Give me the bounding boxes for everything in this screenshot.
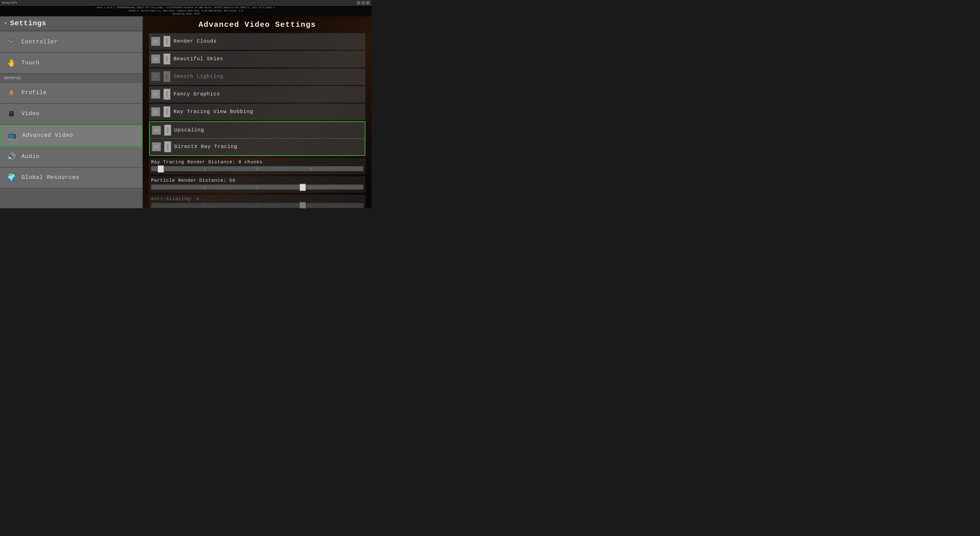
directx-ray-tracing-label: DirectX Ray Tracing: [174, 144, 237, 150]
upscaling-toggle-indicator-inner: [167, 127, 169, 133]
fancy-graphics-toggle-btn[interactable]: [151, 90, 160, 99]
sidebar-item-audio[interactable]: 🔊 Audio: [0, 146, 142, 167]
toggle-directx-ray-tracing[interactable]: DirectX Ray Tracing: [150, 138, 365, 155]
toggle-btn-indicator: [154, 111, 158, 113]
anti-aliasing-thumb: [300, 202, 306, 208]
general-section-header: General: [0, 74, 142, 83]
toggle-btn-indicator: [154, 76, 158, 78]
toggle-beautiful-skies[interactable]: Beautiful Skies: [149, 51, 366, 67]
beautiful-skies-toggle-btn[interactable]: [151, 54, 160, 64]
fancy-graphics-toggle-indicator-inner: [166, 91, 168, 97]
toggle-btn-indicator: [154, 93, 158, 95]
slider-tick-3: [310, 204, 311, 207]
sidebar-item-touch-label: Touch: [21, 60, 40, 66]
toggle-btn-indicator: [154, 146, 159, 148]
sidebar-item-controller-label: Controller: [21, 39, 58, 45]
slider-tick-1: [204, 204, 205, 207]
beautiful-skies-toggle-indicator[interactable]: [163, 53, 170, 65]
particle-render-distance-label: Particle Render Distance: 50: [151, 178, 363, 183]
beautiful-skies-toggle-indicator-inner: [166, 56, 168, 62]
toggle-render-clouds[interactable]: Render Clouds: [149, 33, 366, 50]
slider-section-anti-aliasing: Anti-Aliasing: 4: [149, 195, 366, 208]
smooth-lighting-toggle-btn: [151, 72, 160, 81]
debug-line-3: Upscaling Mode: DL55: [1, 13, 371, 16]
sidebar-item-audio-label: Audio: [21, 153, 40, 160]
window-controls: — □ ✕: [357, 1, 369, 5]
page-title: Advanced Video Settings: [149, 21, 366, 29]
render-clouds-toggle-btn[interactable]: [151, 37, 160, 46]
ray-tracing-view-bobbing-toggle-btn[interactable]: [151, 107, 160, 116]
sidebar-item-profile[interactable]: 🧍 Profile: [0, 83, 142, 103]
anti-aliasing-label: Anti-Aliasing: 4: [151, 196, 363, 201]
sidebar-item-touch[interactable]: 🤚 Touch: [0, 53, 142, 74]
smooth-lighting-label: Smooth Lighting: [173, 73, 223, 80]
toggle-smooth-lighting: Smooth Lighting: [149, 68, 366, 85]
ray-tracing-view-bobbing-label: Ray Tracing View Bobbing: [173, 109, 253, 115]
minimize-button[interactable]: —: [357, 1, 360, 5]
content-inner: Advanced Video Settings Render Clouds: [143, 16, 372, 208]
render-clouds-toggle-indicator[interactable]: [163, 36, 170, 47]
app-name: Minecraft: [2, 1, 17, 4]
slider-tick-1: [204, 167, 205, 170]
sidebar: ‹ Settings 🎮 Controller 🤚 Touch General …: [0, 16, 143, 208]
maximize-button[interactable]: □: [361, 1, 365, 5]
debug-line-2: FPS58.4, ServerTime:1.2, Mem:6129, Highe…: [1, 10, 371, 13]
sidebar-back-label: Settings: [10, 19, 46, 27]
upscaling-toggle-btn[interactable]: [152, 126, 161, 135]
ray-tracing-render-distance-thumb[interactable]: [158, 165, 164, 173]
render-clouds-label: Render Clouds: [173, 38, 217, 44]
ray-tracing-view-bobbing-toggle-indicator[interactable]: [163, 106, 170, 118]
directx-ray-tracing-toggle-btn[interactable]: [152, 142, 161, 151]
sidebar-item-video-label: Video: [21, 111, 40, 117]
profile-icon: 🧍: [5, 87, 18, 99]
beautiful-skies-label: Beautiful Skies: [173, 56, 223, 62]
upscaling-label: Upscaling: [174, 127, 204, 133]
toggle-btn-indicator: [154, 129, 159, 131]
sidebar-item-advanced-video[interactable]: 📺 Advanced Video: [0, 124, 142, 146]
title-bar: Minecraft — □ ✕: [0, 0, 372, 6]
upscaling-toggle-indicator[interactable]: [164, 124, 171, 136]
controller-icon: 🎮: [5, 36, 18, 48]
smooth-lighting-toggle-indicator: [163, 71, 170, 82]
ray-tracing-view-bobbing-toggle-indicator-inner: [166, 109, 168, 115]
toggle-ray-tracing-view-bobbing[interactable]: Ray Tracing View Bobbing: [149, 103, 366, 120]
video-icon: 🖥: [5, 108, 18, 120]
slider-tick-1: [204, 186, 205, 189]
particle-render-distance-thumb[interactable]: [300, 184, 306, 191]
content-panel: Advanced Video Settings Render Clouds: [143, 16, 372, 208]
highlighted-toggle-group: Upscaling DirectX Ray Tracing: [149, 121, 366, 156]
slider-section-ray-tracing-render-distance: Ray Tracing Render Distance: 8 chunks: [149, 158, 366, 174]
slider-tick-2: [257, 204, 258, 207]
slider-section-particle-render-distance: Particle Render Distance: 50: [149, 177, 366, 193]
particle-render-distance-track[interactable]: [151, 184, 363, 190]
debug-line-1: beta 1.15.0.7 (RENDERDRAGON) D3D12 RTX C…: [1, 6, 371, 10]
fancy-graphics-toggle-indicator[interactable]: [163, 89, 170, 100]
slider-tick-3: [310, 167, 311, 170]
directx-ray-tracing-toggle-indicator[interactable]: [164, 141, 171, 153]
smooth-lighting-toggle-indicator-inner: [166, 73, 168, 80]
back-arrow-icon[interactable]: ‹: [4, 20, 7, 27]
toggle-upscaling[interactable]: Upscaling: [150, 122, 365, 138]
toggle-fancy-graphics[interactable]: Fancy Graphics: [149, 86, 366, 103]
audio-icon: 🔊: [5, 151, 18, 163]
main-layout: ‹ Settings 🎮 Controller 🤚 Touch General …: [0, 16, 372, 208]
advanced-video-icon: 📺: [6, 129, 18, 142]
slider-tick-2: [257, 186, 258, 189]
close-button[interactable]: ✕: [366, 1, 369, 5]
sidebar-item-controller[interactable]: 🎮 Controller: [0, 32, 142, 53]
sidebar-divider-top: [0, 30, 142, 31]
sidebar-item-global-resources[interactable]: 🌍 Global Resources: [0, 167, 142, 188]
fancy-graphics-label: Fancy Graphics: [173, 91, 220, 97]
sidebar-item-global-resources-label: Global Resources: [21, 174, 80, 181]
sidebar-item-video[interactable]: 🖥 Video: [0, 103, 142, 124]
global-resources-icon: 🌍: [5, 172, 18, 184]
ray-tracing-render-distance-track[interactable]: [151, 166, 363, 171]
sidebar-item-profile-label: Profile: [21, 90, 47, 96]
sidebar-item-advanced-video-label: Advanced Video: [22, 132, 73, 138]
sidebar-header: ‹ Settings: [0, 16, 142, 30]
render-clouds-toggle-indicator-inner: [166, 38, 168, 45]
touch-icon: 🤚: [5, 57, 18, 69]
ray-tracing-render-distance-label: Ray Tracing Render Distance: 8 chunks: [151, 159, 363, 165]
slider-tick-2: [257, 167, 258, 170]
toggle-btn-indicator: [154, 40, 158, 42]
